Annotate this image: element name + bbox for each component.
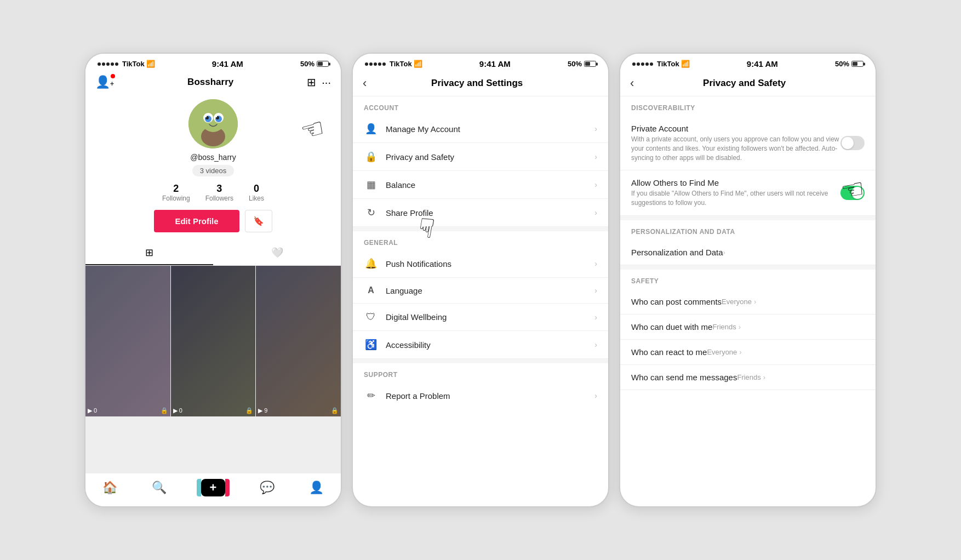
chevron-icon-8: › [594,340,597,349]
settings-item-manage-account[interactable]: 👤 Manage My Account › [353,115,608,143]
chevron-icon: › [594,124,597,133]
nav-search[interactable]: 🔍 [152,481,167,495]
chevron-icon-9: › [594,391,597,400]
wifi-icon-3: 📶 [681,60,690,68]
share-profile-label: Share Profile [386,208,594,218]
edit-profile-button[interactable]: Edit Profile [154,210,239,232]
section-label-support: SUPPORT [353,363,608,382]
status-right-2: 50% [568,60,596,68]
status-bar-2: TikTok 📶 9:41 AM 50% [353,54,608,71]
separator-p1 [620,216,876,220]
phone-privacy: TikTok 📶 9:41 AM 50% ‹ Privacy and Safet… [619,53,877,507]
privacy-item-messages[interactable]: Who can send me messages Friends › [620,365,876,390]
privacy-item-react[interactable]: Who can react to me Everyone › [620,340,876,365]
manage-account-label: Manage My Account [386,124,594,134]
section-personalization: PERSONALIZATION AND DATA [620,220,876,240]
add-friend-button[interactable]: 👤+ [95,75,114,89]
privacy-item-comments[interactable]: Who can post comments Everyone › [620,289,876,315]
privacy-item-find-me[interactable]: Allow Others to Find Me If you disable "… [620,170,876,216]
likes-count: 0 [249,183,264,195]
chevron-comments: › [754,298,756,306]
status-right-1: 50% [300,60,329,68]
privacy-item-duet[interactable]: Who can duet with me Friends › [620,315,876,340]
toggle-knob-1 [842,137,854,149]
bookmark-button[interactable]: 🔖 [245,210,272,232]
video-count-badge: 3 videos [192,165,234,176]
find-me-text: Allow Others to Find Me If you disable "… [631,178,840,208]
battery-icon-1 [317,61,329,67]
battery-icon-3 [851,61,863,67]
chevron-icon-4: › [594,208,597,217]
toggle-knob-2 [851,187,863,199]
private-account-toggle[interactable] [840,136,865,150]
tab-grid[interactable]: ⊞ [85,241,213,265]
messages-label: Who can send me messages [631,373,737,382]
avatar [188,99,238,148]
privacy-item-private-account[interactable]: Private Account With a private account, … [620,116,876,170]
video-thumb-2[interactable]: ▶ 0 🔒 [171,266,256,416]
settings-item-language[interactable]: A Language › [353,278,608,304]
separator-1 [353,227,608,231]
edit-icon: ✏ [364,390,378,402]
lock-icon: 🔒 [364,151,378,163]
settings-item-balance[interactable]: ▦ Balance › [353,171,608,199]
find-me-label: Allow Others to Find Me [631,178,840,187]
phone-settings: TikTok 📶 9:41 AM 50% ‹ Privacy and Setti… [352,53,609,507]
grid-icon: ▦ [364,179,378,191]
profile-username-title: Bossharry [187,77,233,88]
followers-label: Followers [205,195,233,202]
section-label-general: GENERAL [353,231,608,250]
language-icon: A [364,285,378,295]
profile-body: @boss_harry 3 videos 2 Following 3 Follo… [85,94,341,241]
svg-point-10 [216,116,217,117]
video-info-1: ▶ 0 [88,407,97,414]
settings-item-accessibility[interactable]: ♿ Accessibility › [353,331,608,359]
video-thumb-3[interactable]: ▶ 9 🔒 [256,266,341,416]
status-left-1: TikTok 📶 [98,60,155,68]
duet-value: Friends [712,323,736,331]
more-options-icon[interactable]: ··· [322,76,331,89]
settings-item-notifications[interactable]: 🔔 Push Notifications › [353,250,608,278]
section-label-account: ACCOUNT [353,96,608,115]
time-3: 9:41 AM [747,59,778,68]
video-lock-1: 🔒 [161,407,168,414]
nav-profile[interactable]: 👤 [309,481,324,495]
duet-label: Who can duet with me [631,322,712,332]
likes-stat: 0 Likes [249,183,264,202]
time-1: 9:41 AM [212,59,243,68]
settings-item-privacy[interactable]: 🔒 Privacy and Safety › [353,143,608,171]
video-count-2: 0 [179,407,182,414]
video-grid: ▶ 0 🔒 ▶ 0 🔒 ▶ 9 🔒 [85,266,341,473]
nav-create[interactable]: + [201,479,225,496]
personalization-label: Personalization and Data [631,248,723,257]
find-me-toggle[interactable] [840,186,865,200]
nav-inbox[interactable]: 💬 [260,481,274,495]
chevron-icon-3: › [594,180,597,189]
find-me-sub: If you disable "Allow Others to Find Me"… [631,189,840,208]
back-button-privacy[interactable]: ‹ [630,76,634,90]
video-count-1: 0 [94,407,97,414]
react-label: Who can react to me [631,347,707,357]
signal-dots-3 [632,62,653,66]
tab-liked[interactable]: 🤍 [213,241,341,265]
carrier-3: TikTok [657,60,679,68]
comments-value: Everyone [722,298,752,306]
nav-home[interactable]: 🏠 [102,481,117,495]
privacy-item-personalization[interactable]: Personalization and Data › [620,240,876,265]
phone-profile: TikTok 📶 9:41 AM 50% 👤+ Bossharry ⊞ ··· [84,53,342,507]
settings-item-share-profile[interactable]: ↻ Share Profile › [353,199,608,227]
battery-pct-3: 50% [835,60,849,68]
back-button-settings[interactable]: ‹ [363,76,367,90]
time-2: 9:41 AM [479,59,511,68]
section-safety: SAFETY [620,270,876,289]
carrier-2: TikTok [390,60,412,68]
wifi-icon-1: 📶 [146,60,155,68]
action-buttons: Edit Profile 🔖 [95,210,331,232]
qr-icon[interactable]: ⊞ [307,76,316,89]
profile-handle: @boss_harry [95,153,331,162]
video-thumb-1[interactable]: ▶ 0 🔒 [85,266,170,416]
privacy-safety-label: Privacy and Safety [386,152,594,162]
following-stat: 2 Following [162,183,190,202]
settings-item-report[interactable]: ✏ Report a Problem › [353,382,608,409]
settings-item-digital-wellbeing[interactable]: 🛡 Digital Wellbeing › [353,304,608,331]
